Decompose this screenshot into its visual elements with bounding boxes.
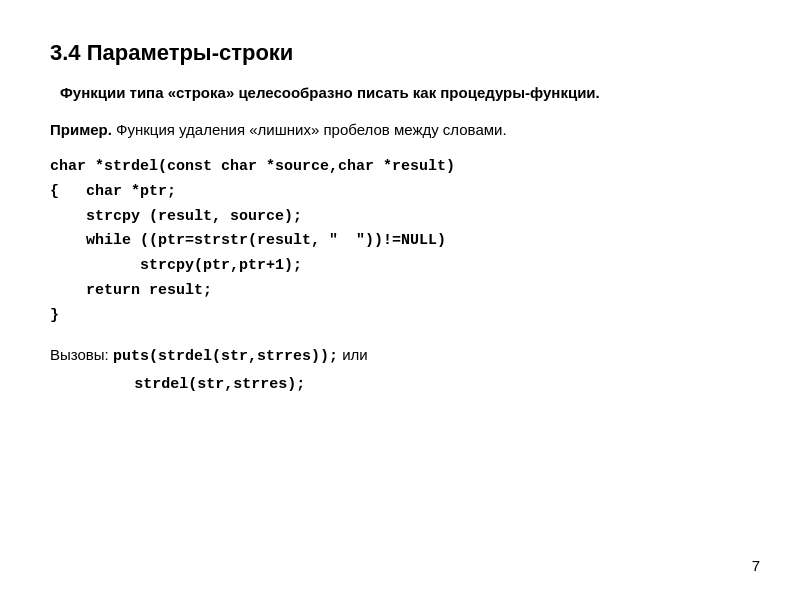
code-line-6: return result; (50, 279, 750, 304)
example-label: Пример. (50, 121, 112, 138)
slide-title: 3.4 Параметры-строки (50, 40, 750, 66)
code-line-5: strcpy(ptr,ptr+1); (50, 254, 750, 279)
calls-section: Вызовы: puts(strdel(str,strres)); или st… (50, 342, 750, 397)
calls-label: Вызовы: (50, 346, 109, 363)
calls-code1: puts(strdel(str,strres)); (113, 348, 338, 365)
example-text: Пример. Функция удаления «лишних» пробел… (50, 119, 750, 142)
code-line-1: char *strdel(const char *source,char *re… (50, 155, 750, 180)
code-line-4: while ((ptr=strstr(result, " "))!=NULL) (50, 229, 750, 254)
code-block: char *strdel(const char *source,char *re… (50, 155, 750, 328)
page-number: 7 (752, 557, 760, 574)
calls-or: или (342, 346, 368, 363)
code-line-3: strcpy (result, source); (50, 205, 750, 230)
code-line-7: } (50, 304, 750, 329)
intro-text: Функции типа «строка» целесообразно писа… (50, 82, 750, 105)
code-line-2: { char *ptr; (50, 180, 750, 205)
slide: 3.4 Параметры-строки Функции типа «строк… (10, 10, 790, 590)
example-desc: Функция удаления «лишних» пробелов между… (112, 121, 507, 138)
calls-code2: strdel(str,strres); (134, 376, 305, 393)
